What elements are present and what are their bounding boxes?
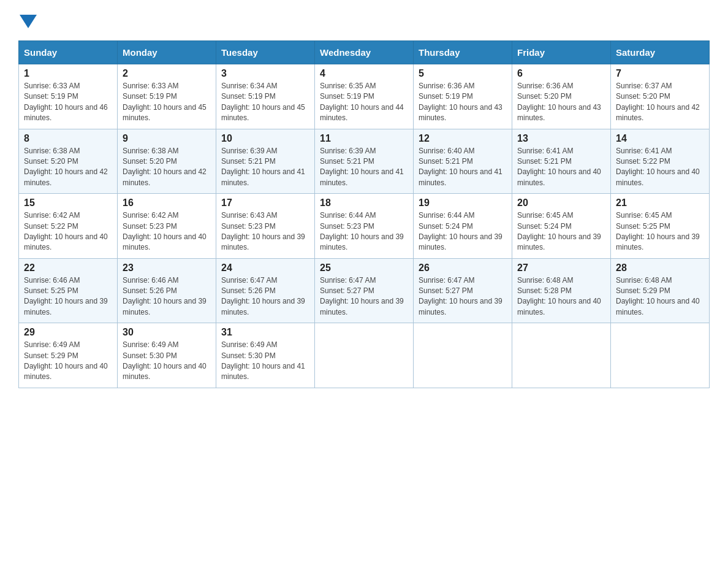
day-info: Sunrise: 6:36 AMSunset: 5:19 PMDaylight:… <box>419 81 507 124</box>
day-number: 6 <box>517 68 605 79</box>
day-info: Sunrise: 6:41 AMSunset: 5:22 PMDaylight:… <box>616 146 704 189</box>
day-info: Sunrise: 6:42 AMSunset: 5:23 PMDaylight:… <box>123 210 211 253</box>
day-info: Sunrise: 6:39 AMSunset: 5:21 PMDaylight:… <box>221 146 309 189</box>
day-number: 27 <box>517 262 605 274</box>
day-info: Sunrise: 6:45 AMSunset: 5:25 PMDaylight:… <box>616 210 704 253</box>
day-number: 29 <box>24 327 112 338</box>
day-number: 31 <box>221 327 309 338</box>
calendar-cell: 6Sunrise: 6:36 AMSunset: 5:20 PMDaylight… <box>512 64 611 129</box>
week-row-1: 1Sunrise: 6:33 AMSunset: 5:19 PMDaylight… <box>19 64 710 129</box>
header-row: SundayMondayTuesdayWednesdayThursdayFrid… <box>19 41 710 64</box>
calendar-cell: 4Sunrise: 6:35 AMSunset: 5:19 PMDaylight… <box>315 64 414 129</box>
calendar-cell: 28Sunrise: 6:48 AMSunset: 5:29 PMDayligh… <box>611 258 710 323</box>
header-cell-sunday: Sunday <box>19 41 118 64</box>
day-info: Sunrise: 6:33 AMSunset: 5:19 PMDaylight:… <box>24 81 112 124</box>
day-info: Sunrise: 6:48 AMSunset: 5:28 PMDaylight:… <box>517 275 605 318</box>
calendar-cell: 23Sunrise: 6:46 AMSunset: 5:26 PMDayligh… <box>118 258 216 323</box>
header-cell-friday: Friday <box>512 41 611 64</box>
day-info: Sunrise: 6:49 AMSunset: 5:30 PMDaylight:… <box>221 340 309 383</box>
calendar-cell <box>512 323 611 388</box>
calendar-cell <box>414 323 512 388</box>
calendar-cell: 29Sunrise: 6:49 AMSunset: 5:29 PMDayligh… <box>19 323 118 388</box>
header-cell-monday: Monday <box>118 41 216 64</box>
calendar-cell: 20Sunrise: 6:45 AMSunset: 5:24 PMDayligh… <box>512 194 611 259</box>
calendar-table: SundayMondayTuesdayWednesdayThursdayFrid… <box>18 40 710 388</box>
day-info: Sunrise: 6:37 AMSunset: 5:20 PMDaylight:… <box>616 81 704 124</box>
day-info: Sunrise: 6:47 AMSunset: 5:27 PMDaylight:… <box>320 275 408 318</box>
page-header <box>18 12 710 28</box>
calendar-cell: 19Sunrise: 6:44 AMSunset: 5:24 PMDayligh… <box>414 194 512 259</box>
day-number: 9 <box>123 133 211 144</box>
day-info: Sunrise: 6:46 AMSunset: 5:25 PMDaylight:… <box>24 275 112 318</box>
day-info: Sunrise: 6:38 AMSunset: 5:20 PMDaylight:… <box>123 146 211 189</box>
week-row-2: 8Sunrise: 6:38 AMSunset: 5:20 PMDaylight… <box>19 129 710 194</box>
calendar-cell: 2Sunrise: 6:33 AMSunset: 5:19 PMDaylight… <box>118 64 216 129</box>
day-number: 13 <box>517 133 605 144</box>
calendar-header: SundayMondayTuesdayWednesdayThursdayFrid… <box>19 41 710 64</box>
day-info: Sunrise: 6:44 AMSunset: 5:24 PMDaylight:… <box>419 210 507 253</box>
logo <box>18 12 37 28</box>
calendar-body: 1Sunrise: 6:33 AMSunset: 5:19 PMDaylight… <box>19 64 710 388</box>
day-number: 2 <box>123 68 211 79</box>
day-number: 19 <box>419 197 507 209</box>
day-number: 10 <box>221 133 309 144</box>
calendar-cell: 26Sunrise: 6:47 AMSunset: 5:27 PMDayligh… <box>414 258 512 323</box>
day-info: Sunrise: 6:43 AMSunset: 5:23 PMDaylight:… <box>221 210 309 253</box>
day-number: 22 <box>24 262 112 274</box>
day-info: Sunrise: 6:45 AMSunset: 5:24 PMDaylight:… <box>517 210 605 253</box>
calendar-cell: 9Sunrise: 6:38 AMSunset: 5:20 PMDaylight… <box>118 129 216 194</box>
calendar-cell: 1Sunrise: 6:33 AMSunset: 5:19 PMDaylight… <box>19 64 118 129</box>
day-info: Sunrise: 6:48 AMSunset: 5:29 PMDaylight:… <box>616 275 704 318</box>
calendar-cell: 10Sunrise: 6:39 AMSunset: 5:21 PMDayligh… <box>216 129 315 194</box>
calendar-cell: 27Sunrise: 6:48 AMSunset: 5:28 PMDayligh… <box>512 258 611 323</box>
day-info: Sunrise: 6:46 AMSunset: 5:26 PMDaylight:… <box>123 275 211 318</box>
calendar-cell: 7Sunrise: 6:37 AMSunset: 5:20 PMDaylight… <box>611 64 710 129</box>
day-number: 4 <box>320 68 408 79</box>
day-number: 20 <box>517 197 605 209</box>
day-info: Sunrise: 6:41 AMSunset: 5:21 PMDaylight:… <box>517 146 605 189</box>
calendar-cell <box>611 323 710 388</box>
day-info: Sunrise: 6:47 AMSunset: 5:26 PMDaylight:… <box>221 275 309 318</box>
calendar-cell: 22Sunrise: 6:46 AMSunset: 5:25 PMDayligh… <box>19 258 118 323</box>
day-number: 7 <box>616 68 704 79</box>
calendar-cell <box>315 323 414 388</box>
day-number: 11 <box>320 133 408 144</box>
calendar-cell: 17Sunrise: 6:43 AMSunset: 5:23 PMDayligh… <box>216 194 315 259</box>
day-number: 12 <box>419 133 507 144</box>
day-info: Sunrise: 6:35 AMSunset: 5:19 PMDaylight:… <box>320 81 408 124</box>
day-info: Sunrise: 6:39 AMSunset: 5:21 PMDaylight:… <box>320 146 408 189</box>
day-info: Sunrise: 6:38 AMSunset: 5:20 PMDaylight:… <box>24 146 112 189</box>
day-info: Sunrise: 6:49 AMSunset: 5:29 PMDaylight:… <box>24 340 112 383</box>
calendar-cell: 15Sunrise: 6:42 AMSunset: 5:22 PMDayligh… <box>19 194 118 259</box>
day-number: 17 <box>221 197 309 209</box>
calendar-cell: 16Sunrise: 6:42 AMSunset: 5:23 PMDayligh… <box>118 194 216 259</box>
header-cell-wednesday: Wednesday <box>315 41 414 64</box>
day-number: 15 <box>24 197 112 209</box>
header-cell-thursday: Thursday <box>414 41 512 64</box>
calendar-cell: 12Sunrise: 6:40 AMSunset: 5:21 PMDayligh… <box>414 129 512 194</box>
day-number: 21 <box>616 197 704 209</box>
day-number: 8 <box>24 133 112 144</box>
day-number: 1 <box>24 68 112 79</box>
calendar-cell: 3Sunrise: 6:34 AMSunset: 5:19 PMDaylight… <box>216 64 315 129</box>
calendar-cell: 25Sunrise: 6:47 AMSunset: 5:27 PMDayligh… <box>315 258 414 323</box>
day-number: 3 <box>221 68 309 79</box>
day-info: Sunrise: 6:42 AMSunset: 5:22 PMDaylight:… <box>24 210 112 253</box>
calendar-cell: 21Sunrise: 6:45 AMSunset: 5:25 PMDayligh… <box>611 194 710 259</box>
day-number: 28 <box>616 262 704 274</box>
header-cell-tuesday: Tuesday <box>216 41 315 64</box>
day-number: 26 <box>419 262 507 274</box>
week-row-4: 22Sunrise: 6:46 AMSunset: 5:25 PMDayligh… <box>19 258 710 323</box>
day-info: Sunrise: 6:49 AMSunset: 5:30 PMDaylight:… <box>123 340 211 383</box>
calendar-cell: 13Sunrise: 6:41 AMSunset: 5:21 PMDayligh… <box>512 129 611 194</box>
day-info: Sunrise: 6:40 AMSunset: 5:21 PMDaylight:… <box>419 146 507 189</box>
logo-triangle-icon <box>20 15 37 28</box>
calendar-cell: 14Sunrise: 6:41 AMSunset: 5:22 PMDayligh… <box>611 129 710 194</box>
calendar-cell: 8Sunrise: 6:38 AMSunset: 5:20 PMDaylight… <box>19 129 118 194</box>
day-number: 18 <box>320 197 408 209</box>
calendar-cell: 11Sunrise: 6:39 AMSunset: 5:21 PMDayligh… <box>315 129 414 194</box>
week-row-3: 15Sunrise: 6:42 AMSunset: 5:22 PMDayligh… <box>19 194 710 259</box>
calendar-cell: 24Sunrise: 6:47 AMSunset: 5:26 PMDayligh… <box>216 258 315 323</box>
day-number: 24 <box>221 262 309 274</box>
header-cell-saturday: Saturday <box>611 41 710 64</box>
